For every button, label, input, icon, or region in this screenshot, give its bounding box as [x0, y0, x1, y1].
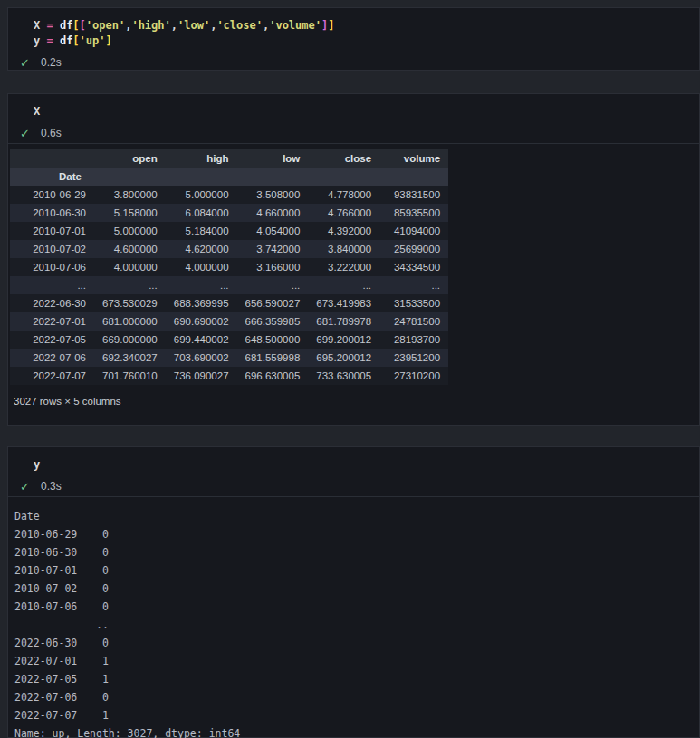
cell-value: 5.000000 [94, 222, 166, 240]
column-header: close [308, 149, 379, 168]
cell-value: ... [94, 276, 166, 294]
table-row: 2022-07-01681.000000690.690002666.359985… [10, 312, 448, 331]
cell-value: 4.620000 [166, 240, 237, 258]
code-token: 'low' [177, 19, 210, 32]
row-index: ... [10, 276, 94, 294]
cell-value: 34334500 [379, 258, 448, 276]
cell-value: 4.600000 [94, 240, 166, 258]
cell-value: 25699000 [379, 240, 448, 258]
code-cell-1[interactable]: X = df[['open','high','low','close','vol… [7, 7, 700, 71]
code-token: [ [80, 19, 86, 32]
code-token: , [171, 19, 177, 32]
table-row: 2010-06-293.8000005.0000003.5080004.7780… [10, 186, 448, 204]
execution-status-3: ✓ 0.3s [8, 476, 699, 496]
code-token: [ [72, 34, 79, 47]
row-index: 2022-07-05 [10, 331, 94, 349]
cell-value: 24781500 [379, 312, 448, 331]
cell-value: 673.530029 [94, 294, 166, 312]
cell-value: 4.054000 [237, 222, 309, 240]
cell-value: 3.222000 [308, 258, 379, 276]
code-token: X [34, 19, 46, 32]
cell-value: 3.840000 [308, 240, 379, 258]
cell-value: 681.559998 [237, 349, 309, 367]
code-line[interactable]: y = df['up'] [34, 34, 699, 49]
series-output-text: Date 2010-06-29 0 2010-06-30 0 2010-07-0… [10, 502, 699, 738]
cell-output-dataframe: openhighlowclosevolumeDate 2010-06-293.8… [8, 143, 699, 407]
cell-value: 648.500000 [237, 331, 309, 349]
notebook: X = df[['open','high','low','close','vol… [0, 7, 700, 738]
code-token: 'up' [80, 34, 106, 47]
cell-value: 690.690002 [166, 312, 237, 331]
cell-value: ... [308, 276, 379, 294]
table-row: 2010-06-305.1580006.0840004.6600004.7660… [10, 204, 448, 222]
cell-value: 688.369995 [166, 294, 237, 312]
cell-value: 4.392000 [308, 222, 379, 240]
table-row: 2022-06-30673.530029688.369995656.590027… [10, 294, 448, 312]
cell-value: 5.000000 [166, 186, 237, 204]
table-row: .................. [10, 276, 448, 294]
column-header-row: openhighlowclosevolume [10, 149, 448, 168]
cell-value: 6.084000 [166, 204, 237, 222]
code-token: df [60, 19, 72, 32]
cell-value: 666.359985 [237, 312, 309, 331]
dataframe-body: 2010-06-293.8000005.0000003.5080004.7780… [10, 186, 448, 385]
cell-value: 733.630005 [308, 367, 379, 385]
code-line[interactable]: y [34, 457, 699, 473]
cell-value: 3.166000 [237, 258, 309, 276]
code-token: y [34, 34, 46, 47]
success-check-icon: ✓ [20, 128, 32, 139]
row-index: 2010-06-30 [10, 204, 94, 222]
column-header: high [166, 149, 237, 168]
cell-value: 696.630005 [237, 367, 309, 385]
cell-value: ... [379, 276, 448, 294]
cell-value: 4.778000 [308, 186, 379, 204]
cell-value: ... [166, 276, 237, 294]
row-index: 2010-06-29 [10, 186, 94, 204]
execution-time: 0.2s [41, 56, 62, 69]
code-token: ] [106, 34, 112, 47]
dataframe-summary: 3027 rows × 5 columns [14, 396, 699, 407]
execution-time: 0.3s [41, 480, 62, 493]
row-index: 2010-07-02 [10, 240, 94, 258]
code-token: X [34, 105, 40, 118]
table-row: 2010-07-064.0000004.0000003.1660003.2220… [10, 258, 448, 276]
code-cell-3[interactable]: y ✓ 0.3s Date 2010-06-29 0 2010-06-30 0 … [7, 446, 700, 738]
cell-value: 3.508000 [237, 186, 309, 204]
cell-value: 31533500 [379, 294, 448, 312]
execution-status-1: ✓ 0.2s [8, 53, 699, 72]
code-line[interactable]: X = df[['open','high','low','close','vol… [34, 18, 699, 34]
code-line[interactable]: X [34, 104, 699, 120]
code-editor-3[interactable]: y [8, 447, 699, 473]
row-index: 2022-07-01 [10, 312, 94, 331]
column-header: open [94, 149, 166, 168]
cell-value: 41094000 [379, 222, 448, 240]
cell-value: 4.000000 [166, 258, 237, 276]
code-token: 'close' [216, 19, 263, 32]
code-cell-2[interactable]: X ✓ 0.6s openhighlowclosevolumeDate 2010… [7, 93, 700, 426]
cell-value: 23951200 [379, 349, 448, 367]
code-editor-2[interactable]: X [8, 94, 699, 120]
cell-value: 701.760010 [94, 367, 166, 385]
code-editor-1[interactable]: X = df[['open','high','low','close','vol… [8, 8, 699, 49]
cell-value: 3.800000 [94, 186, 166, 204]
code-token: 'high' [131, 19, 170, 32]
code-token: 'volume' [269, 19, 321, 32]
cell-value: 93831500 [379, 186, 448, 204]
success-check-icon: ✓ [20, 481, 32, 493]
row-index: 2022-06-30 [10, 294, 94, 312]
table-row: 2010-07-024.6000004.6200003.7420003.8400… [10, 240, 448, 258]
success-check-icon: ✓ [20, 57, 32, 69]
cell-value: 681.000000 [94, 312, 166, 331]
cell-value: 656.590027 [237, 294, 309, 312]
column-header: volume [379, 149, 448, 168]
table-row: 2022-07-06692.340027703.690002681.559998… [10, 349, 448, 367]
cell-output-series: Date 2010-06-29 0 2010-06-30 0 2010-07-0… [8, 496, 699, 738]
cell-value: 695.200012 [308, 349, 379, 367]
cell-value: 703.690002 [166, 349, 237, 367]
code-token: df [60, 34, 72, 47]
cell-value: 692.340027 [94, 349, 166, 367]
cell-value: 85935500 [379, 204, 448, 222]
code-token: [ [72, 19, 79, 32]
code-token: 'open' [86, 19, 125, 32]
code-token: ] [328, 19, 334, 32]
